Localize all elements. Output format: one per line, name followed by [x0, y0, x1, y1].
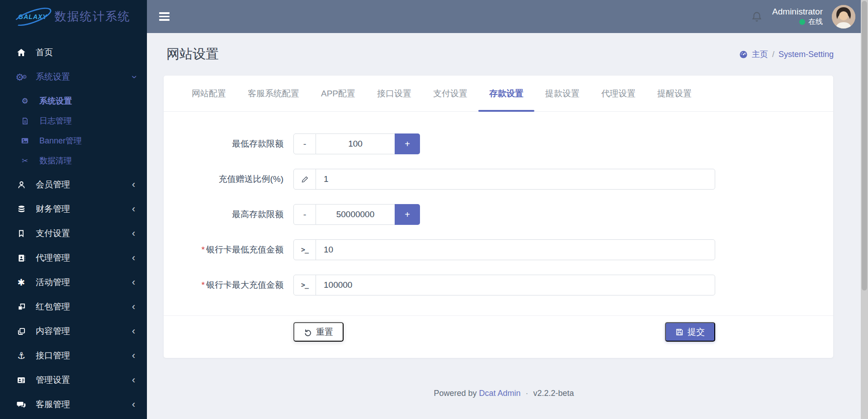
sidebar-item-home[interactable]: 首页 [0, 40, 147, 65]
decrement-button[interactable]: - [293, 204, 316, 225]
reset-button[interactable]: 重置 [293, 322, 344, 342]
chevron-left-icon: ‹ [132, 204, 135, 214]
chevron-down-icon: ‹ [128, 75, 138, 78]
sidebar-item-agent-management[interactable]: 代理管理 ‹ [0, 246, 147, 270]
tab-reminder-settings[interactable]: 提醒设置 [646, 76, 703, 111]
app-logo[interactable]: GALAXY 数据统计系统 [0, 0, 147, 33]
sidebar-subitem-label: 数据清理 [39, 155, 72, 166]
min-deposit-spinner: - + [293, 133, 420, 154]
sidebar: GALAXY 数据统计系统 首页 ⚙⚙ 系统设置 ‹ ⚙ 系统设置 日志管理 [0, 0, 147, 419]
sidebar-subitem-data-cleanup[interactable]: ✂ 数据清理 [0, 151, 147, 171]
sidebar-item-system-settings[interactable]: ⚙⚙ 系统设置 ‹ [0, 65, 147, 89]
cogs-icon: ⚙⚙ [15, 72, 28, 82]
scrollbar-thumb[interactable] [862, 1, 867, 290]
tab-api-settings[interactable]: 接口设置 [366, 76, 422, 111]
footer-separator: · [526, 389, 528, 398]
scissors-icon: ✂ [19, 156, 30, 166]
form-row: 充值赠送比例(%) [164, 169, 833, 190]
breadcrumb-home-link[interactable]: 主页 [752, 49, 768, 60]
tab-payment-settings[interactable]: 支付设置 [422, 76, 478, 111]
breadcrumb: 主页 / System-Setting [739, 49, 834, 60]
image-icon [19, 137, 30, 145]
username: Administrator [772, 6, 823, 18]
tab-withdrawal-settings[interactable]: 提款设置 [534, 76, 590, 111]
chevron-left-icon: ‹ [132, 253, 135, 263]
sidebar-item-label: 客服管理 [36, 399, 70, 410]
pencil-icon [294, 169, 316, 189]
sidebar-item-api-management[interactable]: ⚓ 接口管理 ‹ [0, 343, 147, 368]
sidebar-item-content-management[interactable]: 内容管理 ‹ [0, 319, 147, 343]
sidebar-item-payment-settings[interactable]: 支付设置 ‹ [0, 221, 147, 246]
terminal-icon: >_ [294, 275, 316, 295]
recharge-bonus-input[interactable] [316, 169, 715, 189]
anchor-icon: ⚓ [15, 350, 28, 361]
deposit-settings-form: 最低存款限额 - + 充值赠送比例(%) 最高存款限额 [164, 112, 833, 342]
tab-app-config[interactable]: APP配置 [310, 76, 366, 111]
min-deposit-input[interactable] [316, 133, 395, 154]
bank-card-max-input[interactable] [316, 275, 715, 295]
sidebar-item-admin-settings[interactable]: 管理设置 ‹ [0, 368, 147, 392]
recharge-bonus-group [293, 169, 715, 190]
tab-agent-settings[interactable]: 代理设置 [590, 76, 646, 111]
sidebar-item-label: 财务管理 [36, 203, 70, 215]
required-asterisk: * [202, 280, 205, 290]
settings-card: 网站配置 客服系统配置 APP配置 接口设置 支付设置 存款设置 提款设置 代理… [164, 76, 833, 358]
user-avatar[interactable] [832, 5, 855, 29]
sidebar-item-label: 接口管理 [36, 350, 70, 362]
decrement-button[interactable]: - [293, 133, 316, 154]
max-deposit-input[interactable] [316, 204, 395, 225]
form-row: 最低存款限额 - + [164, 133, 833, 154]
sidebar-subitem-label: 系统设置 [39, 95, 72, 106]
database-icon [15, 205, 28, 214]
home-icon [15, 48, 28, 57]
sidebar-item-label: 代理管理 [36, 252, 70, 264]
overlapping-squares-icon [15, 303, 28, 311]
main-content: 网站设置 主页 / System-Setting 网站配置 客服系统配置 APP… [147, 33, 861, 419]
user-icon [15, 181, 28, 189]
sidebar-subitem-label: 日志管理 [39, 115, 72, 126]
sidebar-item-member-management[interactable]: 会员管理 ‹ [0, 172, 147, 197]
app-title: 数据统计系统 [55, 9, 131, 24]
sidebar-item-label: 支付设置 [36, 228, 70, 239]
bookmark-icon [15, 229, 28, 238]
sidebar-item-red-packet-management[interactable]: 红包管理 ‹ [0, 295, 147, 319]
user-menu[interactable]: Administrator 在线 [772, 6, 823, 27]
powered-by-text: Powered by [434, 389, 476, 398]
id-card-icon [15, 376, 28, 385]
topbar: Administrator 在线 [147, 0, 868, 33]
sidebar-subitem-log-management[interactable]: 日志管理 [0, 111, 147, 131]
chevron-left-icon: ‹ [132, 326, 135, 336]
gear-icon: ⚙ [19, 96, 30, 106]
min-deposit-label: 最低存款限额 [164, 138, 283, 150]
settings-tabs: 网站配置 客服系统配置 APP配置 接口设置 支付设置 存款设置 提款设置 代理… [164, 76, 833, 112]
form-row: 最高存款限额 - + [164, 204, 833, 225]
bank-card-min-input[interactable] [316, 240, 715, 260]
submit-button[interactable]: 提交 [665, 322, 715, 342]
required-asterisk: * [202, 245, 205, 254]
sidebar-toggle-button[interactable] [159, 10, 170, 23]
tab-website-config[interactable]: 网站配置 [181, 76, 237, 111]
chevron-left-icon: ‹ [132, 400, 135, 409]
sidebar-item-finance-management[interactable]: 财务管理 ‹ [0, 197, 147, 221]
chevron-left-icon: ‹ [132, 351, 135, 361]
page-title: 网站设置 [166, 45, 219, 63]
increment-button[interactable]: + [395, 204, 420, 225]
dcat-admin-link[interactable]: Dcat Admin [479, 389, 520, 398]
sidebar-subitem-banner-management[interactable]: Banner管理 [0, 131, 147, 151]
sidebar-item-activity-management[interactable]: ✱ 活动管理 ‹ [0, 270, 147, 295]
sidebar-item-label: 活动管理 [36, 276, 70, 288]
comments-icon [15, 400, 28, 409]
bank-card-max-label: *银行卡最大充值金额 [164, 279, 283, 291]
version-text: v2.2.2-beta [533, 389, 574, 398]
tab-deposit-settings[interactable]: 存款设置 [478, 76, 534, 111]
tab-customer-service-config[interactable]: 客服系统配置 [237, 76, 310, 111]
increment-button[interactable]: + [395, 133, 420, 154]
sidebar-menu: 首页 ⚙⚙ 系统设置 ‹ ⚙ 系统设置 日志管理 Banner管理 [0, 33, 147, 417]
vertical-scrollbar[interactable] [861, 0, 868, 419]
notification-bell-icon[interactable] [750, 10, 763, 23]
sidebar-item-customer-service[interactable]: 客服管理 ‹ [0, 392, 147, 417]
max-deposit-spinner: - + [293, 204, 420, 225]
sidebar-subitem-system-settings[interactable]: ⚙ 系统设置 [0, 91, 147, 111]
bank-card-min-group: >_ [293, 239, 715, 260]
recharge-bonus-label: 充值赠送比例(%) [164, 173, 283, 185]
